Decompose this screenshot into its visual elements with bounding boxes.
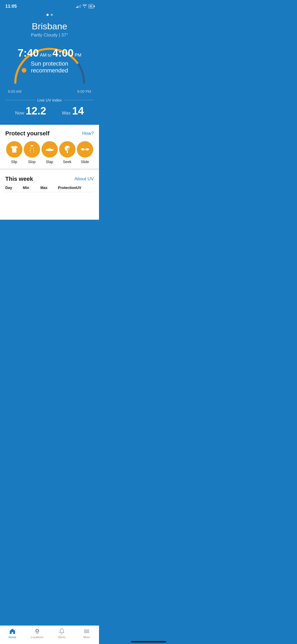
week-header: This week About UV (5, 176, 94, 182)
wifi-icon (82, 4, 87, 8)
uv-now-group: Now 12.2 (15, 105, 46, 117)
glasses-icon (80, 145, 90, 154)
uv-divider: Live UV index (5, 98, 94, 102)
bottle-icon (27, 145, 37, 154)
col-uv: UV (76, 186, 94, 190)
slide-circle (77, 141, 93, 158)
uv-gauge: 7:40 AM to 4:00 PM Sun protectionrecomme… (10, 43, 89, 87)
col-day: Day (5, 186, 23, 190)
slide-label: Slide (81, 160, 89, 164)
svg-rect-5 (67, 150, 68, 153)
status-bar: 11:05 81 (0, 0, 99, 11)
protect-seek[interactable]: Seek (59, 141, 76, 164)
uv-section-label: Live UV index (37, 98, 62, 102)
how-link[interactable]: How? (82, 131, 94, 136)
svg-line-9 (81, 149, 81, 149)
protect-title: Protect yourself (5, 130, 50, 137)
protect-icons-row: Slip Slop (5, 141, 94, 164)
protect-slop[interactable]: Slop (24, 141, 40, 164)
white-section: Protect yourself How? Slip (0, 125, 99, 220)
week-title: This week (5, 176, 33, 182)
dot-1 (46, 14, 49, 16)
week-section: This week About UV Day Min Max Protectio… (0, 170, 99, 196)
weather-description: Partly Cloudy | 37° (5, 33, 94, 38)
uv-max-label: Max (62, 111, 70, 116)
uv-max-value: 14 (72, 105, 84, 117)
section-divider (0, 168, 99, 170)
col-min: Min (23, 186, 40, 190)
col-protection: Protection (58, 186, 76, 190)
svg-point-3 (46, 149, 54, 151)
svg-rect-1 (31, 145, 33, 146)
shirt-icon (10, 145, 19, 154)
uv-now-label: Now (15, 111, 24, 116)
signal-icon (76, 5, 81, 8)
slop-circle (24, 141, 40, 158)
slip-circle (6, 141, 22, 158)
slap-circle (41, 141, 58, 158)
svg-line-10 (89, 149, 89, 149)
about-uv-link[interactable]: About UV (74, 176, 94, 182)
svg-rect-8 (86, 148, 89, 150)
sun-protection-label: Sun protectionrecommended (18, 60, 81, 74)
protect-section: Protect yourself How? Slip (0, 125, 99, 168)
svg-rect-7 (81, 148, 84, 150)
slop-label: Slop (28, 160, 35, 164)
slap-label: Slap (46, 160, 53, 164)
page-dots (5, 14, 94, 16)
gauge-time-labels: 6:00 AM 9:00 PM (5, 89, 94, 94)
protect-slip[interactable]: Slip (6, 141, 22, 164)
gauge-center-text: 7:40 AM to 4:00 PM Sun protectionrecomme… (18, 47, 81, 74)
status-time: 11:05 (5, 4, 17, 9)
hat-icon (45, 145, 54, 154)
city-name: Brisbane (5, 21, 94, 31)
week-table-header: Day Min Max Protection UV (5, 186, 94, 192)
protect-slide[interactable]: Slide (77, 141, 93, 164)
seek-label: Seek (63, 160, 72, 164)
protect-slap[interactable]: Slap (41, 141, 58, 164)
dot-2 (51, 14, 53, 16)
col-max: Max (40, 186, 58, 190)
tree-icon (63, 145, 72, 154)
protect-header: Protect yourself How? (5, 130, 94, 137)
uv-line-right (64, 100, 94, 100)
uv-max-group: Max 14 (62, 105, 84, 117)
svg-point-6 (67, 148, 71, 151)
gauge-start-time: 6:00 AM (8, 89, 21, 94)
uv-values: Now 12.2 Max 14 (5, 105, 94, 117)
gauge-end-time: 9:00 PM (77, 89, 91, 94)
sun-protection-time: 7:40 AM to 4:00 PM (18, 47, 81, 59)
uv-line-left (5, 100, 35, 100)
battery-icon: 81 (88, 4, 94, 8)
uv-now-value: 12.2 (26, 105, 46, 117)
slip-label: Slip (11, 160, 17, 164)
status-icons: 81 (76, 4, 94, 8)
seek-circle (59, 141, 76, 158)
hero-section: Brisbane Partly Cloudy | 37° 7:40 AM to … (0, 11, 99, 125)
